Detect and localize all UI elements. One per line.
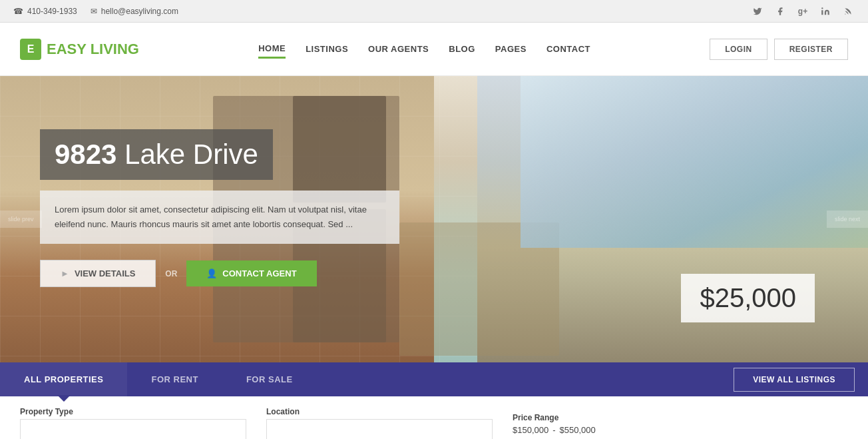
phone-icon: ☎: [13, 7, 23, 16]
nav-our-agents[interactable]: OUR AGENTS: [368, 41, 429, 57]
gplus-icon[interactable]: g+: [796, 5, 809, 18]
svg-point-1: [845, 13, 845, 14]
header: E EASY LIVING HOME LISTINGS OUR AGENTS B…: [0, 23, 868, 76]
email-address: hello@easyliving.com: [101, 7, 178, 16]
svg-point-0: [821, 7, 823, 9]
price-range-label: Price Range: [513, 413, 596, 422]
arrow-right-icon: ►: [61, 268, 69, 278]
location-input[interactable]: [266, 419, 493, 439]
register-button[interactable]: REGISTER: [774, 39, 848, 60]
hero-price-value: $25,000: [700, 283, 796, 312]
view-details-button[interactable]: ► VIEW DETAILS: [40, 260, 156, 287]
logo: E EASY LIVING: [20, 39, 139, 60]
price-max: $550,000: [560, 425, 596, 435]
properties-section: ALL PROPERTIES FOR RENT FOR SALE VIEW AL…: [0, 362, 868, 396]
filter-bar: Property Type Location Price Range $150,…: [0, 396, 868, 439]
hero-description-text: Lorem ipsum dolor sit amet, consectetur …: [55, 203, 385, 232]
hero-price: $25,000: [681, 274, 815, 322]
hero-address: 9823 Lake Drive: [55, 139, 258, 170]
top-bar: ☎ 410-349-1933 ✉ hello@easyliving.com g+: [0, 0, 868, 23]
user-icon: 👤: [206, 268, 217, 278]
phone-item: ☎ 410-349-1933: [13, 7, 77, 16]
filter-location: Location: [266, 407, 493, 439]
main-nav: HOME LISTINGS OUR AGENTS BLOG PAGES CONT…: [258, 40, 590, 59]
price-min: $150,000: [513, 425, 548, 435]
nav-contact[interactable]: CONTACT: [546, 41, 590, 57]
email-item: ✉ hello@easyliving.com: [91, 7, 178, 16]
hero-content: 9823 Lake Drive Lorem ipsum dolor sit am…: [40, 129, 399, 287]
price-range-values: $150,000 - $550,000: [513, 425, 596, 435]
hero-section: slide prev slide next 9823 Lake Drive Lo…: [0, 76, 868, 362]
tab-all-properties[interactable]: ALL PROPERTIES: [0, 362, 127, 396]
location-label: Location: [266, 407, 493, 416]
logo-text: EASY LIVING: [47, 41, 139, 58]
hero-title: 9823 Lake Drive: [40, 129, 273, 180]
login-button[interactable]: LOGIN: [710, 39, 767, 60]
slide-next-button[interactable]: slide next: [827, 211, 868, 228]
email-icon: ✉: [91, 7, 97, 16]
property-type-label: Property Type: [20, 407, 246, 416]
nav-listings[interactable]: LISTINGS: [306, 41, 348, 57]
tab-for-rent[interactable]: FOR RENT: [127, 362, 222, 396]
or-label: OR: [165, 269, 177, 278]
nav-blog[interactable]: BLOG: [449, 41, 475, 57]
contact-agent-button[interactable]: 👤 CONTACT AGENT: [186, 260, 316, 286]
filter-property-type: Property Type: [20, 407, 246, 439]
rss-icon[interactable]: [841, 5, 855, 18]
nav-home[interactable]: HOME: [258, 40, 286, 59]
view-all-listings-button[interactable]: VIEW ALL LISTINGS: [734, 368, 855, 392]
twitter-icon[interactable]: [751, 5, 764, 18]
property-type-input[interactable]: [20, 419, 246, 439]
nav-pages[interactable]: PAGES: [495, 41, 527, 57]
auth-buttons: LOGIN REGISTER: [710, 39, 848, 60]
top-bar-left: ☎ 410-349-1933 ✉ hello@easyliving.com: [13, 7, 178, 16]
facebook-icon[interactable]: [773, 5, 787, 18]
hero-description: Lorem ipsum dolor sit amet, consectetur …: [40, 191, 399, 244]
linkedin-icon[interactable]: [819, 5, 832, 18]
phone-number: 410-349-1933: [27, 7, 77, 16]
logo-icon: E: [20, 39, 41, 60]
slide-prev-button[interactable]: slide prev: [0, 211, 42, 228]
filter-price-range: Price Range $150,000 - $550,000: [513, 413, 596, 435]
tab-for-sale[interactable]: FOR SALE: [222, 362, 317, 396]
properties-tabs: ALL PROPERTIES FOR RENT FOR SALE: [0, 362, 317, 396]
hero-address-number: 9823: [55, 139, 116, 170]
price-separator: -: [552, 425, 555, 435]
hero-actions: ► VIEW DETAILS OR 👤 CONTACT AGENT: [40, 260, 399, 287]
social-links: g+: [751, 5, 855, 18]
